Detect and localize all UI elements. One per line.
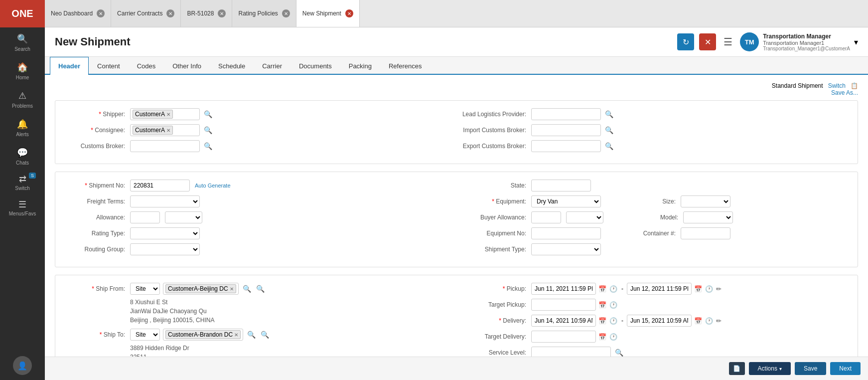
tab-carrier-contracts[interactable]: Carrier Contracts ✕: [111, 0, 181, 27]
delivery-date2-input[interactable]: [627, 315, 692, 327]
rating-type-select[interactable]: [130, 227, 200, 239]
shipper-search-button[interactable]: 🔍: [203, 110, 213, 118]
export-customs-input[interactable]: [531, 140, 601, 152]
tab-references[interactable]: References: [380, 57, 430, 75]
delivery-edit-button[interactable]: ✏: [716, 317, 722, 325]
target-delivery-calendar-button[interactable]: 📅: [598, 333, 607, 341]
save-as-link[interactable]: Save As...: [831, 89, 858, 96]
close-button[interactable]: ✕: [699, 33, 716, 50]
tab-rating-policies[interactable]: Rating Policies ✕: [232, 0, 296, 27]
ship-to-site-tag-input[interactable]: CustomerA-Brandon DC ✕: [163, 329, 243, 341]
user-dropdown-button[interactable]: ▾: [854, 37, 858, 47]
lead-logistics-input[interactable]: [531, 108, 601, 120]
delivery-date-input[interactable]: [531, 315, 596, 327]
ship-from-remove[interactable]: ✕: [230, 286, 234, 292]
ship-from-type-select[interactable]: Site: [130, 283, 160, 295]
delivery-calendar-button[interactable]: 📅: [598, 317, 607, 325]
size-select[interactable]: [681, 195, 730, 207]
sidebar-item-home[interactable]: 🏠 Home: [0, 56, 45, 84]
next-button[interactable]: Next: [830, 362, 861, 375]
tab-documents[interactable]: Documents: [290, 57, 340, 75]
tab-content[interactable]: Content: [89, 57, 129, 75]
ship-to-search-button[interactable]: 🔍: [246, 331, 257, 339]
sidebar-item-alerts[interactable]: 🔔 Alerts: [0, 113, 45, 141]
allowance-select[interactable]: [165, 211, 202, 223]
tab-new-shipment[interactable]: New Shipment ✕: [296, 0, 360, 27]
delivery-clock-button[interactable]: 🕐: [609, 317, 618, 325]
refresh-button[interactable]: ↻: [677, 33, 694, 50]
import-customs-input[interactable]: [531, 124, 601, 136]
model-select[interactable]: [683, 211, 733, 223]
ship-from-zoom-button[interactable]: 🔍: [255, 285, 266, 293]
allowance-input[interactable]: [130, 211, 160, 223]
pickup-clock-button[interactable]: 🕐: [609, 285, 618, 293]
tab-br-51028[interactable]: BR-51028 ✕: [181, 0, 232, 27]
pickup-edit-button[interactable]: ✏: [716, 285, 722, 293]
sidebar-item-problems[interactable]: ⚠ Problems: [0, 84, 45, 113]
tab-close-rating-policies[interactable]: ✕: [282, 9, 290, 17]
consignee-remove[interactable]: ✕: [166, 128, 170, 133]
export-customs-search-button[interactable]: 🔍: [604, 142, 614, 150]
tab-other-info[interactable]: Other Info: [164, 57, 210, 75]
consignee-tag-input[interactable]: CustomerA ✕: [130, 124, 200, 136]
routing-group-select[interactable]: [130, 243, 200, 255]
user-avatar-sidebar[interactable]: 👤: [13, 356, 32, 375]
delivery-calendar2-button[interactable]: 📅: [694, 317, 703, 325]
buyer-allowance-input[interactable]: [531, 211, 561, 223]
tab-close-carrier-contracts[interactable]: ✕: [166, 9, 174, 17]
doc-button[interactable]: 📄: [729, 362, 745, 375]
target-pickup-calendar-button[interactable]: 📅: [598, 301, 607, 309]
ship-to-zoom-button[interactable]: 🔍: [260, 331, 270, 339]
ship-to-remove[interactable]: ✕: [234, 332, 238, 338]
freight-terms-select[interactable]: [130, 195, 200, 207]
sidebar-item-menus[interactable]: ☰ Menus/Favs: [0, 195, 45, 220]
ship-to-type-select[interactable]: Site: [130, 329, 160, 341]
tab-carrier[interactable]: Carrier: [254, 57, 290, 75]
shipment-type-select[interactable]: [531, 243, 601, 255]
tab-codes[interactable]: Codes: [129, 57, 164, 75]
shipment-no-input[interactable]: [130, 180, 190, 191]
ship-from-site-tag-input[interactable]: CustomerA-Beijing DC ✕: [163, 283, 239, 295]
container-input[interactable]: [681, 227, 730, 239]
customs-broker-search-button[interactable]: 🔍: [203, 142, 213, 150]
service-level-search-button[interactable]: 🔍: [614, 349, 624, 357]
target-pickup-input[interactable]: [531, 299, 596, 311]
equipment-select[interactable]: Dry Van: [531, 195, 601, 207]
hamburger-menu-button[interactable]: ☰: [721, 33, 735, 50]
shipper-tag-input[interactable]: CustomerA ✕: [130, 108, 200, 120]
pickup-date2-input[interactable]: [627, 283, 692, 295]
state-input[interactable]: [531, 180, 591, 191]
auto-generate-link[interactable]: Auto Generate: [195, 183, 231, 189]
switch-link[interactable]: Switch: [828, 82, 846, 89]
copy-icon[interactable]: 📋: [851, 82, 858, 89]
ship-from-search-button[interactable]: 🔍: [242, 285, 252, 293]
service-level-input[interactable]: [531, 347, 611, 357]
tab-packing[interactable]: Packing: [340, 57, 380, 75]
pickup-calendar2-button[interactable]: 📅: [694, 285, 703, 293]
delivery-clock2-button[interactable]: 🕐: [705, 317, 714, 325]
lead-logistics-search-button[interactable]: 🔍: [604, 110, 614, 118]
import-customs-search-button[interactable]: 🔍: [604, 126, 614, 134]
shipper-remove[interactable]: ✕: [166, 112, 170, 117]
target-delivery-input[interactable]: [531, 331, 596, 343]
actions-button[interactable]: Actions ▾: [749, 362, 791, 375]
sidebar-item-chats[interactable]: 💬 Chats: [0, 141, 45, 170]
pickup-calendar-button[interactable]: 📅: [598, 285, 607, 293]
sidebar-item-search[interactable]: 🔍 Search: [0, 27, 45, 56]
buyer-allowance-select[interactable]: [566, 211, 603, 223]
tab-close-neo-dashboard[interactable]: ✕: [97, 9, 105, 17]
save-button[interactable]: Save: [795, 362, 826, 375]
pickup-clock2-button[interactable]: 🕐: [705, 285, 714, 293]
app-logo[interactable]: ONE: [0, 0, 45, 27]
tab-close-new-shipment[interactable]: ✕: [345, 9, 353, 17]
pickup-date-input[interactable]: [531, 283, 596, 295]
tab-neo-dashboard[interactable]: Neo Dashboard ✕: [45, 0, 111, 27]
sidebar-item-switch[interactable]: ⇄ S Switch: [0, 170, 45, 195]
target-pickup-clock-button[interactable]: 🕐: [609, 301, 618, 309]
tab-header[interactable]: Header: [50, 57, 89, 75]
equipment-no-input[interactable]: [531, 227, 601, 239]
tab-close-br-51028[interactable]: ✕: [218, 9, 226, 17]
target-delivery-clock-button[interactable]: 🕐: [609, 333, 618, 341]
consignee-search-button[interactable]: 🔍: [203, 126, 213, 134]
tab-schedule[interactable]: Schedule: [210, 57, 254, 75]
